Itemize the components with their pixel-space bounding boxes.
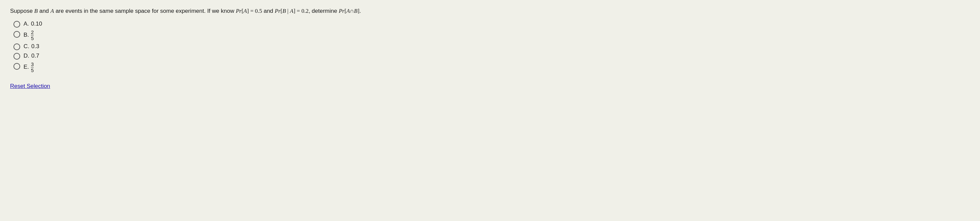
option-c-value: 0.3	[31, 43, 39, 50]
reset-selection-button[interactable]: Reset Selection	[10, 83, 50, 90]
option-e-label: E. 3 5	[24, 62, 33, 73]
question-container: Suppose B and A are events in the same s…	[10, 7, 970, 90]
option-a-label: A. 0.10	[24, 21, 42, 27]
option-e-denominator: 5	[31, 68, 33, 73]
pr-a: Pr[A] = 0.5	[236, 8, 262, 14]
option-e-fraction: 3 5	[31, 62, 33, 73]
option-d-value: 0.7	[31, 53, 39, 59]
option-c-letter: C.	[24, 43, 29, 50]
option-b-label: B. 2 5	[24, 30, 33, 41]
options-list: A. 0.10 B. 2 5 C. 0.3	[13, 20, 970, 73]
radio-b[interactable]	[13, 31, 20, 38]
option-d-letter: D.	[24, 53, 29, 59]
option-e[interactable]: E. 3 5	[13, 62, 970, 73]
radio-e[interactable]	[13, 63, 20, 70]
pr-b-given-a: Pr[B | A] = 0.2	[275, 8, 309, 14]
option-b-numerator: 2	[31, 30, 33, 35]
option-c[interactable]: C. 0.3	[13, 43, 970, 50]
option-b-fraction: 2 5	[31, 30, 33, 41]
option-d-label: D. 0.7	[24, 53, 39, 59]
option-b-letter: B.	[24, 32, 29, 38]
radio-c[interactable]	[13, 43, 20, 50]
option-a-value: 0.10	[31, 21, 42, 27]
option-a-letter: A.	[24, 21, 29, 27]
option-b-denominator: 5	[31, 36, 33, 41]
option-a[interactable]: A. 0.10	[13, 20, 970, 27]
radio-d[interactable]	[13, 53, 20, 59]
option-e-numerator: 3	[31, 62, 33, 67]
radio-a[interactable]	[13, 21, 20, 27]
option-d[interactable]: D. 0.7	[13, 52, 970, 59]
question-text: Suppose B and A are events in the same s…	[10, 7, 970, 16]
option-b[interactable]: B. 2 5	[13, 30, 970, 41]
var-b: B	[34, 8, 38, 14]
option-e-letter: E.	[24, 64, 29, 70]
option-c-label: C. 0.3	[24, 43, 39, 50]
pr-a-intersect-b: Pr[A∩B]	[339, 8, 359, 14]
var-a: A	[51, 8, 54, 14]
